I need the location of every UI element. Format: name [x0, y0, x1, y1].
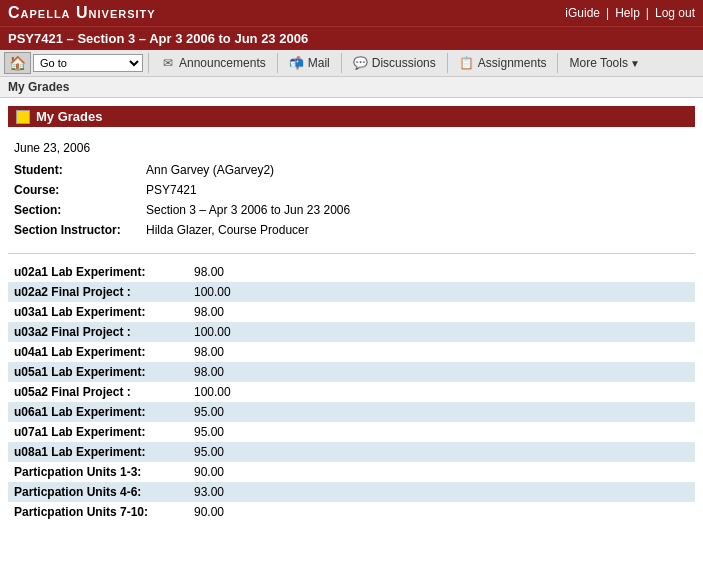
announcements-link[interactable]: ✉ Announcements	[154, 53, 272, 73]
grade-value: 98.00	[188, 362, 695, 382]
divider	[8, 253, 695, 254]
grade-label: Particpation Units 4-6:	[8, 482, 188, 502]
table-row: Particpation Units 7-10: 90.00	[8, 502, 695, 522]
table-row: Particpation Units 1-3: 90.00	[8, 462, 695, 482]
more-tools-chevron-icon: ▼	[630, 58, 640, 69]
course-bar: PSY7421 – Section 3 – Apr 3 2006 to Jun …	[0, 26, 703, 50]
nav-divider-4	[447, 53, 448, 73]
logout-link[interactable]: Log out	[655, 6, 695, 20]
grade-value: 90.00	[188, 462, 695, 482]
grade-label: u04a1 Lab Experiment:	[8, 342, 188, 362]
university-title: Capella University	[8, 4, 156, 22]
grade-value: 100.00	[188, 382, 695, 402]
student-label: Student:	[10, 161, 140, 179]
section-row: Section: Section 3 – Apr 3 2006 to Jun 2…	[10, 201, 693, 219]
table-row: u03a1 Lab Experiment: 98.00	[8, 302, 695, 322]
course-title: PSY7421 – Section 3 – Apr 3 2006 to Jun …	[8, 31, 308, 46]
table-row: u06a1 Lab Experiment: 95.00	[8, 402, 695, 422]
home-button[interactable]: 🏠	[4, 52, 31, 74]
discussions-icon: 💬	[353, 55, 369, 71]
instructor-row: Section Instructor: Hilda Glazer, Course…	[10, 221, 693, 239]
section-header: My Grades	[8, 106, 695, 127]
grade-value: 98.00	[188, 302, 695, 322]
course-label: Course:	[10, 181, 140, 199]
breadcrumb: My Grades	[0, 77, 703, 98]
assignments-link[interactable]: 📋 Assignments	[453, 53, 553, 73]
grade-value: 98.00	[188, 342, 695, 362]
table-row: u02a1 Lab Experiment: 98.00	[8, 262, 695, 282]
section-value: Section 3 – Apr 3 2006 to Jun 23 2006	[142, 201, 693, 219]
table-row: u07a1 Lab Experiment: 95.00	[8, 422, 695, 442]
nav-divider-5	[557, 53, 558, 73]
info-table: June 23, 2006 Student: Ann Garvey (AGarv…	[8, 135, 695, 241]
home-icon: 🏠	[9, 55, 26, 71]
grade-label: u05a1 Lab Experiment:	[8, 362, 188, 382]
nav-divider-3	[341, 53, 342, 73]
table-row: u03a2 Final Project : 100.00	[8, 322, 695, 342]
grade-label: u07a1 Lab Experiment:	[8, 422, 188, 442]
section-label: Section:	[10, 201, 140, 219]
more-tools-label: More Tools	[569, 56, 627, 70]
student-value: Ann Garvey (AGarvey2)	[142, 161, 693, 179]
date-row: June 23, 2006	[10, 137, 693, 159]
top-header: Capella University iGuide | Help | Log o…	[0, 0, 703, 26]
table-row: u05a2 Final Project : 100.00	[8, 382, 695, 402]
nav-divider-2	[277, 53, 278, 73]
breadcrumb-text: My Grades	[8, 80, 69, 94]
mail-icon: 📬	[289, 55, 305, 71]
grade-value: 100.00	[188, 282, 695, 302]
more-tools-button[interactable]: More Tools ▼	[563, 54, 645, 72]
assignments-icon: 📋	[459, 55, 475, 71]
nav-divider-1	[148, 53, 149, 73]
grade-label: u03a2 Final Project :	[8, 322, 188, 342]
grade-label: u03a1 Lab Experiment:	[8, 302, 188, 322]
grade-value: 93.00	[188, 482, 695, 502]
main-content: My Grades June 23, 2006 Student: Ann Gar…	[0, 98, 703, 530]
goto-select[interactable]: Go to	[33, 54, 143, 72]
help-link[interactable]: Help	[615, 6, 640, 20]
date-value: June 23, 2006	[10, 137, 693, 159]
mail-label: Mail	[308, 56, 330, 70]
announcements-label: Announcements	[179, 56, 266, 70]
grade-label: Particpation Units 7-10:	[8, 502, 188, 522]
discussions-link[interactable]: 💬 Discussions	[347, 53, 442, 73]
grade-value: 95.00	[188, 422, 695, 442]
table-row: u04a1 Lab Experiment: 98.00	[8, 342, 695, 362]
grade-value: 98.00	[188, 262, 695, 282]
grade-value: 100.00	[188, 322, 695, 342]
course-value: PSY7421	[142, 181, 693, 199]
top-nav-links: iGuide | Help | Log out	[565, 6, 695, 20]
sep1: |	[606, 6, 609, 20]
grade-value: 95.00	[188, 402, 695, 422]
discussions-label: Discussions	[372, 56, 436, 70]
grade-value: 95.00	[188, 442, 695, 462]
assignments-label: Assignments	[478, 56, 547, 70]
grades-table: u02a1 Lab Experiment: 98.00 u02a2 Final …	[8, 262, 695, 522]
mail-link[interactable]: 📬 Mail	[283, 53, 336, 73]
table-row: Particpation Units 4-6: 93.00	[8, 482, 695, 502]
nav-bar: 🏠 Go to ✉ Announcements 📬 Mail 💬 Discuss…	[0, 50, 703, 77]
instructor-value: Hilda Glazer, Course Producer	[142, 221, 693, 239]
grade-label: u05a2 Final Project :	[8, 382, 188, 402]
table-row: u05a1 Lab Experiment: 98.00	[8, 362, 695, 382]
grade-value: 90.00	[188, 502, 695, 522]
table-row: u08a1 Lab Experiment: 95.00	[8, 442, 695, 462]
announcements-icon: ✉	[160, 55, 176, 71]
student-row: Student: Ann Garvey (AGarvey2)	[10, 161, 693, 179]
instructor-label: Section Instructor:	[10, 221, 140, 239]
grade-label: u06a1 Lab Experiment:	[8, 402, 188, 422]
grade-label: u08a1 Lab Experiment:	[8, 442, 188, 462]
grade-label: u02a1 Lab Experiment:	[8, 262, 188, 282]
section-title: My Grades	[36, 109, 102, 124]
sep2: |	[646, 6, 649, 20]
course-row: Course: PSY7421	[10, 181, 693, 199]
grade-label: Particpation Units 1-3:	[8, 462, 188, 482]
iguide-link[interactable]: iGuide	[565, 6, 600, 20]
grade-label: u02a2 Final Project :	[8, 282, 188, 302]
goto-container: Go to	[33, 54, 143, 72]
grades-icon	[16, 110, 30, 124]
table-row: u02a2 Final Project : 100.00	[8, 282, 695, 302]
